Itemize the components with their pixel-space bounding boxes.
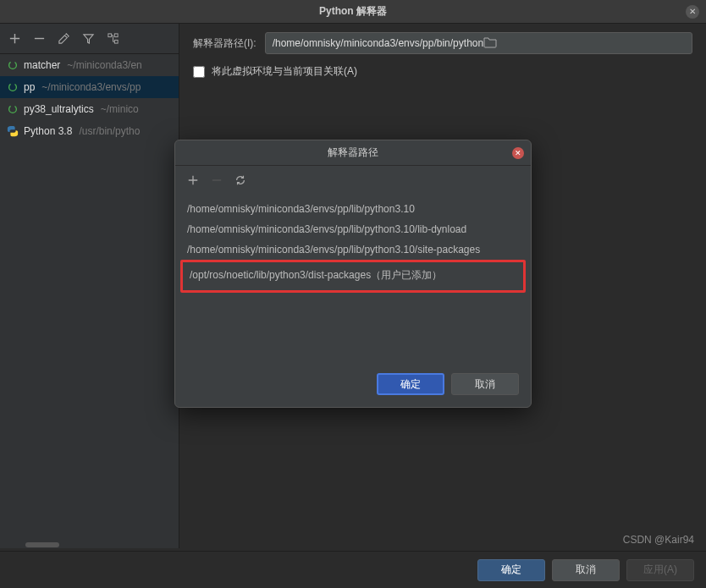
interpreter-path: ~/miniconda3/envs/pp — [41, 81, 141, 93]
interpreter-path-input[interactable]: /home/omnisky/miniconda3/envs/pp/bin/pyt… — [265, 32, 692, 54]
edit-icon[interactable] — [58, 32, 70, 45]
apply-button[interactable]: 应用(A) — [626, 559, 694, 581]
interpreter-name: matcher — [24, 59, 60, 71]
remove-path-icon[interactable] — [211, 174, 223, 189]
modal-title-bar: 解释器路径 ✕ — [175, 140, 531, 166]
modal-toolbar — [175, 166, 531, 195]
modal-cancel-button[interactable]: 取消 — [451, 373, 519, 395]
sidebar-toolbar — [0, 24, 179, 54]
associate-checkbox[interactable] — [193, 66, 205, 78]
ok-button[interactable]: 确定 — [477, 559, 545, 581]
interpreter-item[interactable]: Python 3.8 /usr/bin/pytho — [0, 120, 179, 142]
interpreter-name: py38_ultralytics — [24, 103, 94, 115]
window-title: Python 解释器 — [319, 4, 387, 19]
svg-point-4 — [9, 84, 17, 91]
modal-title: 解释器路径 — [328, 146, 378, 160]
browse-folder-icon[interactable] — [483, 36, 685, 51]
filter-icon[interactable] — [82, 32, 95, 45]
path-value: /home/omnisky/miniconda3/envs/pp/bin/pyt… — [273, 37, 483, 49]
interpreter-name: pp — [24, 81, 35, 93]
svg-point-5 — [9, 106, 17, 113]
interpreter-path: ~/miniconda3/en — [67, 59, 141, 71]
path-item-user-added[interactable]: /opt/ros/noetic/lib/python3/dist-package… — [190, 264, 516, 287]
interpreter-list: matcher ~/miniconda3/en pp ~/miniconda3/… — [0, 54, 179, 548]
add-icon[interactable] — [8, 32, 21, 45]
svg-point-3 — [9, 62, 17, 69]
scrollbar[interactable] — [25, 542, 59, 547]
modal-ok-button[interactable]: 确定 — [377, 373, 444, 395]
interpreter-item[interactable]: py38_ultralytics ~/minico — [0, 98, 179, 120]
modal-close-button[interactable]: ✕ — [512, 147, 524, 159]
svg-rect-2 — [114, 40, 118, 43]
dialog-button-bar: 确定 取消 应用(A) — [0, 551, 706, 588]
add-path-icon[interactable] — [187, 174, 199, 189]
svg-rect-0 — [108, 34, 112, 37]
path-label: 解释器路径(I): — [193, 36, 256, 51]
cancel-button[interactable]: 取消 — [552, 559, 620, 581]
paths-list: /home/omnisky/miniconda3/envs/pp/lib/pyt… — [175, 195, 531, 365]
interpreter-item[interactable]: matcher ~/miniconda3/en — [0, 54, 179, 76]
svg-rect-1 — [114, 34, 118, 37]
window-title-bar: Python 解释器 ✕ — [0, 0, 706, 24]
refresh-icon[interactable] — [234, 174, 246, 189]
checkbox-label: 将此虚拟环境与当前项目关联(A) — [212, 64, 357, 79]
interpreter-paths-modal: 解释器路径 ✕ /home/omnisky/miniconda3/envs/pp… — [174, 140, 532, 408]
path-item[interactable]: /home/omnisky/miniconda3/envs/pp/lib/pyt… — [175, 199, 531, 219]
interpreter-path: ~/minico — [101, 103, 139, 115]
remove-icon[interactable] — [33, 32, 46, 45]
tree-icon[interactable] — [107, 32, 119, 45]
path-item[interactable]: /home/omnisky/miniconda3/envs/pp/lib/pyt… — [175, 219, 531, 239]
interpreter-item[interactable]: pp ~/miniconda3/envs/pp — [0, 76, 179, 98]
window-close-button[interactable]: ✕ — [686, 5, 699, 19]
highlighted-path-box: /opt/ros/noetic/lib/python3/dist-package… — [180, 260, 526, 293]
interpreter-path: /usr/bin/pytho — [79, 125, 140, 137]
watermark: CSDN @Kair94 — [623, 534, 694, 546]
interpreter-name: Python 3.8 — [24, 125, 72, 137]
interpreter-sidebar: matcher ~/miniconda3/en pp ~/miniconda3/… — [0, 24, 179, 548]
path-item[interactable]: /home/omnisky/miniconda3/envs/pp/lib/pyt… — [175, 239, 531, 260]
